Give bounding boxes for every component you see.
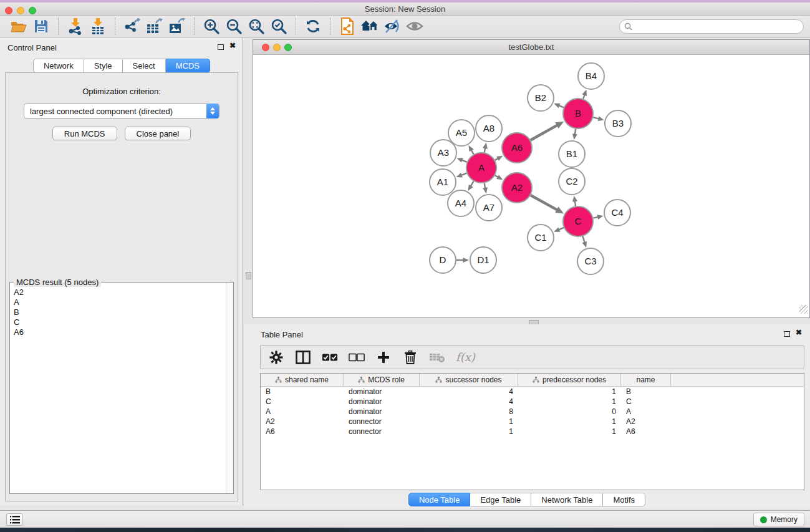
table-tab-motifs[interactable]: Motifs bbox=[603, 493, 645, 506]
control-panel-header: Control Panel ✖ bbox=[0, 37, 243, 56]
table-row[interactable]: Cdominator41C bbox=[261, 397, 804, 407]
mcds-result-item[interactable]: B bbox=[14, 307, 225, 317]
mcds-result-list[interactable]: A2ABCA6 bbox=[11, 285, 225, 493]
create-new-column-icon[interactable] bbox=[375, 349, 392, 365]
table-row[interactable]: A2connector11A2 bbox=[261, 417, 804, 427]
table-panel: Table Panel ✖ bbox=[244, 324, 810, 508]
table-cell[interactable]: 1 bbox=[518, 397, 621, 406]
table-cell[interactable]: dominator bbox=[344, 407, 420, 416]
close-panel-button[interactable]: Close panel bbox=[125, 127, 191, 140]
export-table-icon[interactable] bbox=[143, 17, 166, 36]
network-view-window: testGlobe.txt AA1A2A3A4A5A6A7A8BB1B2B3B4… bbox=[253, 39, 810, 318]
toolbar-search-field[interactable] bbox=[619, 19, 804, 34]
graph-node-label: D bbox=[440, 254, 446, 265]
table-cell[interactable]: A bbox=[261, 407, 344, 416]
memory-button[interactable]: Memory bbox=[753, 513, 804, 526]
graph-node-label: A1 bbox=[437, 177, 448, 187]
open-file-icon[interactable] bbox=[7, 17, 30, 36]
show-view-icon[interactable] bbox=[403, 17, 426, 36]
mcds-result-item[interactable]: A2 bbox=[14, 288, 225, 297]
deselect-all-columns-icon[interactable] bbox=[349, 349, 365, 365]
select-all-columns-icon[interactable] bbox=[322, 349, 338, 365]
close-panel-icon[interactable]: ✖ bbox=[229, 41, 236, 50]
refresh-view-icon[interactable] bbox=[302, 17, 324, 36]
table-settings-gear-icon[interactable] bbox=[268, 349, 284, 365]
table-cell[interactable]: C bbox=[621, 397, 671, 406]
table-cell[interactable]: 1 bbox=[518, 417, 621, 426]
close-panel-icon[interactable]: ✖ bbox=[796, 328, 802, 337]
table-cell[interactable]: 1 bbox=[420, 417, 518, 426]
table-cell[interactable]: connector bbox=[344, 427, 420, 436]
function-builder-icon[interactable]: f(x) bbox=[456, 351, 475, 364]
table-cell[interactable]: connector bbox=[344, 417, 420, 426]
table-cell[interactable]: 1 bbox=[518, 387, 621, 396]
table-cell[interactable]: 1 bbox=[420, 427, 518, 436]
table-row[interactable]: Adominator80A bbox=[261, 407, 804, 417]
frame-resize-grip[interactable] bbox=[799, 305, 808, 314]
graph-node-label: C3 bbox=[584, 256, 596, 266]
column-header-predecessor-nodes[interactable]: predecessor nodes bbox=[518, 374, 621, 386]
export-image-icon[interactable] bbox=[166, 17, 188, 36]
table-cell[interactable]: 4 bbox=[420, 387, 518, 396]
graph-node-label: A3 bbox=[438, 147, 449, 158]
table-cell[interactable]: 0 bbox=[518, 407, 621, 416]
float-panel-icon[interactable] bbox=[218, 44, 224, 50]
zoom-out-icon[interactable] bbox=[223, 17, 245, 36]
table-cell[interactable]: C bbox=[261, 397, 344, 406]
show-column-panel-icon[interactable] bbox=[295, 349, 311, 365]
vertical-splitter-grip[interactable] bbox=[246, 272, 251, 279]
float-panel-icon[interactable] bbox=[784, 331, 790, 337]
column-header-shared-name[interactable]: shared name bbox=[261, 374, 344, 386]
mcds-result-item[interactable]: C bbox=[14, 317, 225, 327]
zoom-selected-icon[interactable] bbox=[268, 17, 290, 36]
run-mcds-button[interactable]: Run MCDS bbox=[52, 127, 117, 140]
table-tab-node-table[interactable]: Node Table bbox=[408, 493, 471, 506]
table-cell[interactable]: 4 bbox=[420, 397, 518, 406]
tab-network[interactable]: Network bbox=[33, 59, 84, 73]
delete-columns-trash-icon[interactable] bbox=[402, 349, 418, 365]
tab-select[interactable]: Select bbox=[123, 59, 166, 73]
optimization-criterion-select[interactable]: largest connected component (directed) bbox=[24, 104, 219, 118]
tab-mcds[interactable]: MCDS bbox=[166, 59, 210, 73]
table-cell[interactable]: A2 bbox=[621, 417, 671, 426]
table-cell[interactable]: B bbox=[261, 387, 344, 396]
graph-arrowhead bbox=[582, 241, 587, 248]
network-canvas[interactable]: AA1A2A3A4A5A6A7A8BB1B2B3B4CC1C2C3C4DD1 bbox=[253, 55, 809, 315]
search-input[interactable] bbox=[635, 22, 803, 31]
table-cell[interactable]: dominator bbox=[344, 387, 420, 396]
hide-graphics-details-icon[interactable] bbox=[381, 17, 403, 36]
graph-edge-A2-C[interactable] bbox=[531, 195, 558, 210]
import-network-icon[interactable] bbox=[64, 17, 87, 36]
mcds-result-item[interactable]: A bbox=[14, 297, 225, 307]
zoom-in-icon[interactable] bbox=[200, 17, 223, 36]
mcds-result-item[interactable]: A6 bbox=[14, 327, 225, 337]
table-cell[interactable]: A bbox=[621, 407, 671, 416]
column-header-name[interactable]: name bbox=[621, 374, 671, 386]
table-cell[interactable]: 1 bbox=[518, 427, 621, 436]
app-window: Session: New Session bbox=[0, 0, 810, 532]
task-history-button[interactable] bbox=[6, 513, 23, 526]
table-cell[interactable]: 8 bbox=[420, 407, 518, 416]
new-network-icon[interactable] bbox=[336, 17, 359, 36]
network-graph[interactable]: AA1A2A3A4A5A6A7A8BB1B2B3B4CC1C2C3C4DD1 bbox=[253, 55, 809, 315]
table-cell[interactable]: B bbox=[621, 387, 671, 396]
table-cell[interactable]: A6 bbox=[261, 427, 344, 436]
zoom-fit-icon[interactable] bbox=[245, 17, 268, 36]
graph-edge-A6-B[interactable] bbox=[531, 125, 558, 140]
table-row[interactable]: A6connector11A6 bbox=[261, 427, 804, 437]
save-session-icon[interactable] bbox=[30, 17, 52, 36]
import-table-icon[interactable] bbox=[87, 17, 109, 36]
table-cell[interactable]: A2 bbox=[261, 417, 344, 426]
column-header-mcds-role[interactable]: MCDS role bbox=[344, 374, 420, 386]
tab-style[interactable]: Style bbox=[84, 59, 123, 73]
table-row[interactable]: Bdominator41B bbox=[261, 387, 804, 397]
table-cell[interactable]: A6 bbox=[621, 427, 671, 436]
table-tab-edge-table[interactable]: Edge Table bbox=[470, 493, 531, 506]
table-cell[interactable]: dominator bbox=[344, 397, 420, 406]
table-tab-network-table[interactable]: Network Table bbox=[531, 493, 603, 506]
return-home-icon[interactable] bbox=[359, 17, 381, 36]
column-header-successor-nodes[interactable]: successor nodes bbox=[420, 374, 518, 386]
result-scrollbar[interactable] bbox=[226, 283, 233, 493]
delete-table-icon[interactable] bbox=[429, 349, 445, 365]
export-network-icon[interactable] bbox=[121, 17, 143, 36]
